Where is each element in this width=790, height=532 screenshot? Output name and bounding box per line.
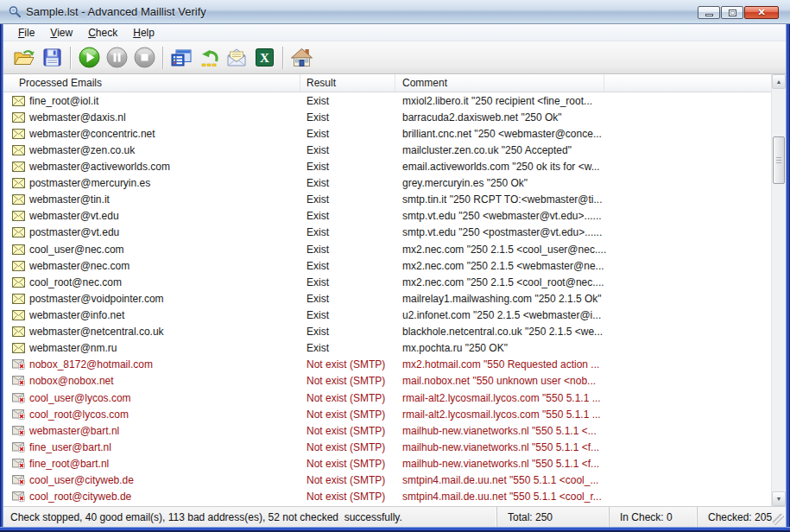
table-row[interactable]: webmaster@concentric.net Exist brilliant… [3,125,771,142]
menu-help[interactable]: Help [125,25,162,41]
email-ok-icon [12,227,25,238]
result-cell: Exist [300,260,395,272]
table-row[interactable]: cool_root@lycos.com Not exist (SMTP) rma… [3,406,771,422]
result-cell: Exist [300,111,395,124]
email-ok-icon [12,112,25,123]
comment-cell: mxiol2.libero.it "250 recipient <fine_ro… [395,95,771,107]
undo-arrow-icon [198,46,221,69]
status-message: Check stopped, 40 good email(s), 113 bad… [3,507,496,527]
table-row[interactable]: cool_user@cityweb.de Not exist (SMTP) sm… [3,472,771,489]
table-row[interactable]: webmaster@daxis.nl Exist barracuda2.daxi… [3,109,771,125]
table-row[interactable]: webmaster@bart.nl Not exist (SMTP) mailh… [3,422,771,439]
toolbar-separator [282,47,283,69]
email-bad-icon [12,426,25,436]
maximize-button[interactable] [721,6,743,19]
table-row[interactable]: nobox_8172@hotmail.com Not exist (SMTP) … [3,357,771,373]
start-check-button[interactable] [75,44,103,72]
table-row[interactable]: postmaster@mercuryin.es Exist grey.mercu… [3,175,771,192]
email-address: cool_root@lycos.com [29,408,129,421]
report-button[interactable] [167,44,195,72]
table-row[interactable]: webmaster@zen.co.uk Exist mailcluster.ze… [3,142,771,158]
table-row[interactable]: postmaster@voidpointer.com Exist mailrel… [3,290,771,307]
email-ok-icon [12,129,25,139]
open-file-button[interactable] [10,44,38,72]
scrollbar-thumb[interactable] [773,136,785,184]
table-row[interactable]: webmaster@info.net Exist u2.infonet.com … [3,307,771,323]
titlebar[interactable]: Sample.lst - Advanced Maillist Verify ✕ [0,0,790,24]
menu-file[interactable]: File [10,25,42,41]
table-row[interactable]: postmaster@vt.edu Exist smtp.vt.edu "250… [3,225,771,241]
toolbar-separator [162,47,163,69]
email-ok-icon [12,261,25,271]
vertical-scrollbar[interactable]: ▲ ▼ [771,74,786,506]
arrow-up-icon: ▲ [776,79,782,85]
table-row[interactable]: webmaster@netcentral.co.uk Exist blackho… [3,324,771,340]
pause-check-button[interactable] [103,44,130,72]
email-address: fine_root@iol.it [29,95,98,107]
close-button[interactable]: ✕ [744,6,779,19]
comment-cell: blackhole.netcentral.co.uk "250 2.1.5 <w… [395,326,771,338]
email-message-button[interactable] [223,44,250,72]
open-folder-icon [13,48,35,68]
result-cell: Not exist (SMTP) [300,425,395,437]
email-address: webmaster@nec.com [29,260,130,272]
table-row[interactable]: fine_user@bart.nl Not exist (SMTP) mailh… [3,439,771,455]
home-button[interactable] [288,44,315,72]
comment-cell: mailcluster.zen.co.uk "250 Accepted" [395,144,771,156]
result-cell: Exist [300,309,395,321]
email-address: webmaster@zen.co.uk [29,144,135,156]
table-row[interactable]: fine_root@iol.it Exist mxiol2.libero.it … [3,92,771,109]
minimize-button[interactable] [698,6,720,19]
report-list-icon [170,48,193,68]
menubar: File View Check Help [3,24,786,41]
save-button[interactable] [38,44,66,72]
stop-check-button[interactable] [130,44,158,72]
comment-cell: smtp.vt.edu "250 <webmaster@vt.edu>.....… [395,210,771,222]
result-cell: Exist [300,193,395,206]
column-header-result[interactable]: Result [300,74,395,92]
export-excel-button[interactable]: X [250,44,278,72]
table-row[interactable]: cool_user@lycos.com Not exist (SMTP) rma… [3,390,771,406]
table-row[interactable]: fine_root@bart.nl Not exist (SMTP) mailh… [3,455,771,472]
result-cell: Not exist (SMTP) [300,408,395,421]
email-ok-icon [12,194,25,205]
envelope-open-icon [225,47,248,68]
comment-cell: smtpin4.mail.de.uu.net "550 5.1.1 <cool_… [395,474,771,486]
column-header-comment[interactable]: Comment [395,74,604,92]
email-address: webmaster@vt.edu [29,210,119,222]
window-frame-bottom [0,527,790,532]
scroll-up-button[interactable]: ▲ [772,74,786,89]
menu-view[interactable]: View [42,25,80,41]
email-address: webmaster@daxis.nl [29,111,126,124]
email-address: webmaster@activeworlds.com [29,161,170,173]
close-icon: ✕ [757,8,765,17]
table-row[interactable]: cool_root@nec.com Exist mx2.nec.com "250… [3,274,771,290]
email-address: webmaster@bart.nl [29,425,119,437]
table-row[interactable]: webmaster@activeworlds.com Exist email.a… [3,158,771,174]
table-row[interactable]: webmaster@tin.it Exist smtp.tin.it "250 … [3,192,771,208]
email-address: webmaster@nm.ru [29,342,117,354]
table-row[interactable]: webmaster@nec.com Exist mx2.nec.com "250… [3,257,771,274]
menu-check[interactable]: Check [80,25,125,41]
table-row[interactable]: cool_root@cityweb.de Not exist (SMTP) sm… [3,489,771,505]
email-list: Processed Emails Result Comment [3,74,786,506]
result-cell: Exist [300,226,395,238]
table-row[interactable]: cool_user@nec.com Exist mx2.nec.com "250… [3,241,771,257]
email-bad-icon [12,409,25,420]
column-header-processed-emails[interactable]: Processed Emails [3,74,300,92]
window-title: Sample.lst - Advanced Maillist Verify [26,0,206,24]
table-row[interactable]: webmaster@nm.ru Exist mx.pochta.ru "250 … [3,340,771,357]
email-bad-icon [12,442,25,453]
comment-cell: grey.mercuryin.es "250 Ok" [395,177,771,189]
email-address: cool_user@cityweb.de [29,474,134,486]
email-ok-icon [12,343,25,353]
email-ok-icon [12,310,25,320]
resize-grip[interactable] [773,514,784,525]
table-row[interactable]: webmaster@vt.edu Exist smtp.vt.edu "250 … [3,208,771,225]
comment-cell: brilliant.cnc.net "250 <webmaster@conce.… [395,128,771,140]
return-button[interactable] [195,44,223,72]
email-bad-icon [12,393,25,403]
result-cell: Not exist (SMTP) [300,358,395,370]
scroll-down-button[interactable]: ▼ [772,491,786,506]
table-row[interactable]: nobox@nobox.net Not exist (SMTP) mail.no… [3,373,771,390]
